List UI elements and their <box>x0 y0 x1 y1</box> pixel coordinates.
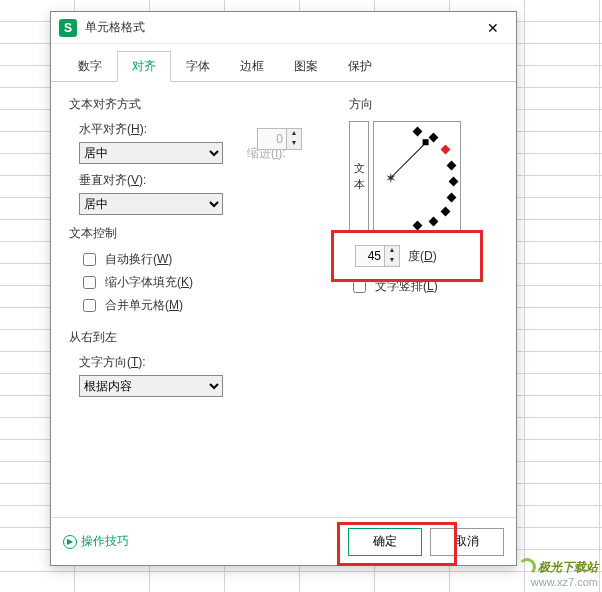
dialog-content: 文本对齐方式 水平对齐(H): 居中 缩进(I): ▲▼ 垂直对齐(V): 居中… <box>51 82 516 517</box>
dialog-footer: ▶ 操作技巧 确定 取消 <box>51 517 516 565</box>
tips-link[interactable]: ▶ 操作技巧 <box>63 533 340 550</box>
text-dir-label: 文字方向(T): <box>79 354 319 371</box>
tab-alignment[interactable]: 对齐 <box>117 51 171 82</box>
app-icon: S <box>59 19 77 37</box>
swirl-icon <box>518 558 536 576</box>
v-align-select[interactable]: 居中 <box>79 193 223 215</box>
tab-font[interactable]: 字体 <box>171 51 225 82</box>
degree-input[interactable] <box>356 247 384 265</box>
text-control-group-label: 文本控制 <box>69 225 319 242</box>
rtl-group-label: 从右到左 <box>69 329 319 346</box>
degree-label: 度(D) <box>408 248 437 265</box>
text-dir-select[interactable]: 根据内容 <box>79 375 223 397</box>
chevron-up-icon[interactable]: ▲ <box>287 129 301 139</box>
chevron-up-icon[interactable]: ▲ <box>385 246 399 256</box>
h-align-select[interactable]: 居中 <box>79 142 223 164</box>
dial-needle <box>392 142 427 177</box>
shrink-checkbox[interactable]: 缩小字体填充(K) <box>79 273 319 292</box>
close-icon[interactable]: ✕ <box>478 20 508 36</box>
tab-number[interactable]: 数字 <box>63 51 117 82</box>
merge-checkbox[interactable]: 合并单元格(M) <box>79 296 319 315</box>
vertical-stack-checkbox[interactable]: 文字竖排(L) <box>349 277 498 296</box>
titlebar: S 单元格格式 ✕ <box>51 12 516 44</box>
wrap-checkbox[interactable]: 自动换行(W) <box>79 250 319 269</box>
vertical-text-button[interactable]: 文本 <box>349 121 369 231</box>
play-icon: ▶ <box>63 535 77 549</box>
tab-border[interactable]: 边框 <box>225 51 279 82</box>
text-align-group-label: 文本对齐方式 <box>69 96 319 113</box>
chevron-down-icon[interactable]: ▼ <box>287 139 301 149</box>
orientation-group-label: 方向 <box>349 96 498 113</box>
dialog-title: 单元格格式 <box>85 19 478 36</box>
tab-bar: 数字 对齐 字体 边框 图案 保护 <box>51 44 516 82</box>
cell-format-dialog: S 单元格格式 ✕ 数字 对齐 字体 边框 图案 保护 文本对齐方式 水平对齐(… <box>50 11 517 566</box>
degree-spinner[interactable]: ▲▼ <box>355 245 400 267</box>
tab-protect[interactable]: 保护 <box>333 51 387 82</box>
cancel-button[interactable]: 取消 <box>430 528 504 556</box>
chevron-down-icon[interactable]: ▼ <box>385 256 399 266</box>
orientation-dial[interactable]: ✶ <box>373 121 461 231</box>
ok-button[interactable]: 确定 <box>348 528 422 556</box>
indent-spinner[interactable]: ▲▼ <box>257 128 302 150</box>
watermark: 极光下载站 www.xz7.com <box>518 558 598 588</box>
v-align-label: 垂直对齐(V): <box>79 172 319 189</box>
tab-pattern[interactable]: 图案 <box>279 51 333 82</box>
indent-input <box>258 130 286 148</box>
